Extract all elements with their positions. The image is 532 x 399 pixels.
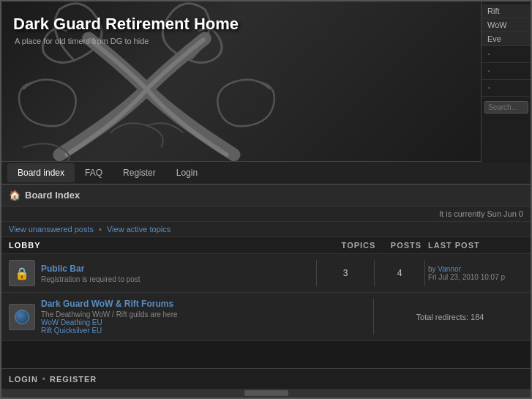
forum-info-public-bar: Public Bar Registration is required to p…: [41, 264, 313, 283]
right-sidebar: Rift WoW Eve · · ·: [481, 1, 531, 163]
forum-sub-rift[interactable]: Rift Quicksilver EU: [41, 327, 370, 335]
last-post-by-label: by: [428, 265, 438, 273]
main-frame: Rift WoW Eve · · ·: [0, 0, 532, 399]
forum-lastpost-public-bar: by Vannor Fri Jul 23, 2010 10:07 p: [428, 265, 523, 281]
links-separator: •: [99, 225, 102, 234]
divider-2: [374, 260, 375, 286]
scroll-hint: [1, 389, 531, 398]
last-post-user[interactable]: Vannor: [438, 265, 461, 273]
forum-name-wow-rift[interactable]: Dark Guard WoW & Rift Forums: [41, 299, 370, 309]
forum-icon-wow-rift: [9, 304, 35, 330]
divider-3: [424, 260, 425, 286]
table-header: LOBBY TOPICS POSTS LAST POST: [1, 237, 531, 254]
breadcrumb-text: Board Index: [25, 190, 80, 201]
bottom-register[interactable]: REGISTER: [50, 375, 97, 384]
breadcrumb-bar: 🏠 Board Index: [1, 184, 531, 206]
nav-register[interactable]: Register: [113, 163, 166, 182]
forum-topics-public-bar: 3: [320, 268, 371, 278]
scroll-thumb[interactable]: [244, 390, 288, 396]
sidebar-link-eve[interactable]: Eve: [482, 32, 531, 46]
sidebar-dot-3: ·: [482, 80, 531, 97]
sidebar-link-wow[interactable]: WoW: [482, 18, 531, 32]
bottom-login[interactable]: LOGIN: [9, 375, 38, 384]
active-topics-link[interactable]: View active topics: [107, 225, 171, 234]
forum-sub-wow[interactable]: WoW Deathing EU: [41, 318, 370, 327]
col-header-lastpost: LAST POST: [428, 241, 523, 250]
bottom-separator: •: [42, 374, 45, 384]
forum-info-wow-rift: Dark Guard WoW & Rift Forums The Deathwi…: [41, 299, 370, 335]
status-text: It is currently Sun Jun 0: [439, 209, 523, 218]
forum-redirects: Total redirects: 184: [377, 313, 523, 321]
globe-icon: [15, 310, 29, 324]
nav-board-index[interactable]: Board index: [7, 163, 75, 182]
unanswered-link[interactable]: View unanswered posts: [9, 225, 94, 234]
nav-faq[interactable]: FAQ: [75, 163, 113, 182]
sidebar-dot-1: ·: [482, 46, 531, 63]
search-input[interactable]: [484, 101, 528, 113]
divider-4: [373, 299, 374, 335]
banner-title: Dark Guard Retirement Home: [13, 15, 239, 34]
forum-row-public-bar: 🔒 Public Bar Registration is required to…: [1, 254, 531, 293]
links-bar: View unanswered posts • View active topi…: [1, 222, 531, 237]
col-header-topics: TOPICS: [333, 241, 384, 250]
banner: Dark Guard Retirement Home A place for o…: [1, 1, 481, 161]
status-bar: It is currently Sun Jun 0: [1, 206, 531, 222]
col-header-posts: POSTS: [384, 241, 428, 250]
sidebar-link-rift[interactable]: Rift: [482, 4, 531, 18]
bottom-bar: LOGIN • REGISTER: [1, 368, 531, 389]
nav-bar: Board index FAQ Register Login: [1, 161, 531, 184]
forum-desc-wow-rift: The Deathwing WoW / Rift guilds are here: [41, 310, 370, 318]
banner-subtitle: A place for old timers from DG to hide: [15, 37, 149, 45]
col-header-lobby: LOBBY: [9, 241, 333, 250]
lock-icon: 🔒: [15, 266, 29, 280]
forum-desc-public-bar: Registration is required to post: [41, 275, 313, 283]
forum-icon-public-bar: 🔒: [9, 260, 35, 286]
last-post-time: Fri Jul 23, 2010 10:07 p: [428, 273, 523, 281]
nav-login[interactable]: Login: [166, 163, 208, 182]
sidebar-dot-2: ·: [482, 63, 531, 80]
divider-1: [316, 260, 317, 286]
forum-posts-public-bar: 4: [378, 268, 422, 278]
forum-row-wow-rift: Dark Guard WoW & Rift Forums The Deathwi…: [1, 293, 531, 341]
search-bar: [482, 100, 531, 115]
forum-name-public-bar[interactable]: Public Bar: [41, 264, 313, 274]
home-icon: 🏠: [9, 190, 20, 201]
